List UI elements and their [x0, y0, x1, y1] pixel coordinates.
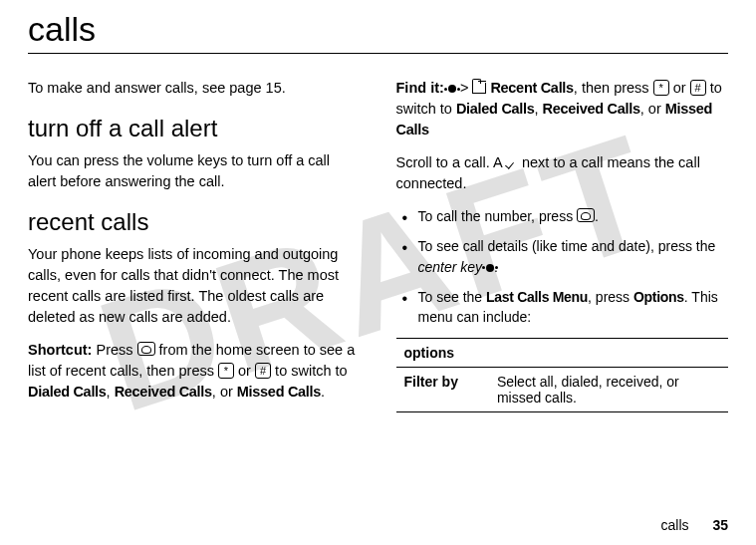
send-key-icon-2: [577, 208, 595, 222]
b3-a: To see the: [418, 289, 487, 305]
page-footer: calls 35: [661, 517, 728, 533]
options-header: options: [396, 338, 729, 367]
recent-calls-menu: Recent Calls: [490, 80, 573, 96]
shortcut-a: Press: [92, 342, 136, 358]
comma-2: ,: [212, 384, 220, 400]
dialed-calls-label-2: Dialed Calls: [456, 101, 535, 117]
table-header-row: options: [396, 338, 729, 367]
hash-key-icon-2: #: [690, 80, 706, 96]
scroll-a: Scroll to a call. A: [396, 154, 506, 170]
footer-page-number: 35: [712, 517, 728, 533]
b2-a: To see call details (like time and date)…: [418, 238, 716, 254]
footer-section: calls: [661, 517, 689, 533]
intro-paragraph: To make and answer calls, see page 15.: [28, 78, 361, 99]
bullet-list: To call the number, press . To see call …: [396, 206, 729, 327]
b1-b: .: [595, 208, 599, 224]
options-label: Options: [633, 289, 684, 305]
center-key-text: center key: [418, 259, 483, 275]
or-1: or: [220, 384, 237, 400]
star-key-icon-2: *: [653, 80, 669, 96]
section-recent-calls: recent calls: [28, 208, 361, 236]
page-title: calls: [28, 10, 728, 54]
hash-key-icon: #: [255, 363, 271, 379]
section-turn-off-alert: turn off a call alert: [28, 115, 361, 142]
b1-a: To call the number, press: [418, 208, 578, 224]
period-1: .: [321, 384, 325, 400]
checkmark-icon: [506, 156, 518, 168]
shortcut-paragraph: Shortcut: Press from the home screen to …: [28, 340, 361, 403]
right-column: Find it: > Recent Calls, then press * or…: [396, 78, 729, 414]
bullet-last-calls-menu: To see the Last Calls Menu, press Option…: [418, 287, 729, 328]
findit-c: , then press: [574, 80, 653, 96]
scroll-paragraph: Scroll to a call. A next to a call means…: [396, 152, 729, 194]
find-it-label: Find it:: [396, 80, 444, 96]
missed-calls-label: Missed Calls: [237, 384, 321, 400]
left-column: To make and answer calls, see page 15. t…: [28, 78, 361, 414]
b3-b: , press: [588, 289, 633, 305]
find-it-paragraph: Find it: > Recent Calls, then press * or…: [396, 78, 729, 140]
dialed-calls-label: Dialed Calls: [28, 384, 107, 400]
two-column-layout: To make and answer calls, see page 15. t…: [28, 78, 728, 414]
turn-off-alert-body: You can press the volume keys to turn of…: [28, 150, 361, 192]
received-calls-label-2: Received Calls: [543, 101, 640, 117]
shortcut-c: or: [234, 363, 255, 379]
send-key-icon: [137, 342, 155, 356]
shortcut-d: to switch to: [271, 363, 348, 379]
table-row: Filter by Select all, dialed, received, …: [396, 367, 729, 411]
received-calls-label: Received Calls: [115, 384, 212, 400]
folder-icon: [472, 83, 486, 94]
intro-page-ref: 15: [266, 80, 282, 96]
center-key-icon: [448, 85, 456, 93]
recent-calls-body: Your phone keeps lists of incoming and o…: [28, 244, 361, 328]
center-key-icon-2: [486, 264, 494, 272]
findit-d: or: [669, 80, 690, 96]
bullet-call-number: To call the number, press .: [418, 206, 729, 226]
options-table: options Filter by Select all, dialed, re…: [396, 338, 729, 412]
last-calls-menu-label: Last Calls Menu: [486, 289, 588, 305]
comma-4: ,: [640, 101, 648, 117]
filter-by-label: Filter by: [396, 367, 489, 411]
comma-3: ,: [535, 101, 543, 117]
filter-by-value: Select all, dialed, received, or missed …: [489, 367, 728, 411]
star-key-icon: *: [218, 363, 234, 379]
comma-1: ,: [107, 384, 115, 400]
intro-text-a: To make and answer calls, see page: [28, 80, 266, 96]
intro-text-b: .: [282, 80, 286, 96]
bullet-call-details: To see call details (like time and date)…: [418, 236, 729, 277]
or-2: or: [648, 101, 665, 117]
shortcut-label: Shortcut:: [28, 342, 92, 358]
